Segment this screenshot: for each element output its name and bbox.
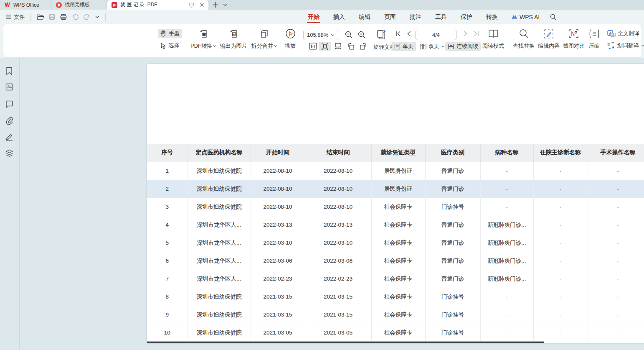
fit-width-button[interactable] — [332, 42, 345, 50]
previous-page-button[interactable] — [404, 30, 413, 37]
edit-content-label: 编辑内容 — [538, 42, 560, 50]
table-cell: 2022-02-23 — [305, 270, 371, 288]
chevron-down-icon — [213, 45, 216, 47]
table-cell: 深圳市妇幼保健院 — [188, 288, 251, 306]
zoom-in-button[interactable] — [355, 30, 368, 39]
double-page-button[interactable]: 双页 — [417, 42, 447, 51]
hand-tool-label: 手型 — [169, 30, 180, 37]
fit-width-icon — [334, 43, 342, 49]
signature-panel-icon[interactable] — [5, 133, 13, 141]
attachments-panel-icon[interactable] — [5, 117, 13, 125]
table-cell: - — [588, 162, 644, 180]
read-mode-button[interactable]: 阅读模式 — [477, 28, 509, 50]
hamburger-icon — [6, 15, 12, 19]
tab-document-active[interactable]: P 就 医 记 录 .PDF — [107, 0, 208, 10]
table-header-cell: 定点医药机构名称 — [188, 144, 251, 162]
table-cell: 2022-03-06 — [305, 252, 371, 270]
thumbnails-panel-icon[interactable] — [5, 83, 13, 91]
word-translate-button[interactable]: 文A 划词翻译 — [605, 41, 644, 50]
table-cell: 1 — [147, 162, 188, 180]
table-cell: 普通门诊 — [425, 252, 480, 270]
folder-open-icon — [37, 14, 44, 20]
menu-item-page[interactable]: 页面 — [383, 10, 397, 24]
file-menu-button[interactable]: 文件 — [3, 12, 27, 23]
hand-tool-button[interactable]: 手型 — [158, 29, 182, 38]
layers-panel-icon[interactable] — [5, 149, 13, 157]
next-page-button[interactable] — [461, 30, 470, 37]
menu-search-icon[interactable] — [550, 14, 556, 20]
menu-item-protect[interactable]: 保护 — [460, 10, 473, 24]
window-tab-bar: WPS Office 找稻壳模板 P 就 医 记 录 .PDF — [0, 0, 644, 10]
print-button[interactable] — [58, 12, 69, 22]
table-row: 10深圳市妇幼保健院2021-03-052021-03-05社会保障卡门诊挂号-… — [147, 324, 644, 342]
menu-item-comment[interactable]: 批注 — [409, 10, 422, 24]
table-cell: 深圳市龙华区人... — [188, 270, 251, 288]
zoom-level-value: 105.88% — [307, 32, 328, 38]
menu-item-tools[interactable]: 工具 — [434, 10, 448, 24]
save-button[interactable] — [46, 12, 58, 22]
document-workspace: 序号定点医药机构名称开始时间结束时间就诊凭证类型医疗类别病种名称住院主诊断名称手… — [0, 58, 644, 350]
table-cell: - — [588, 252, 644, 270]
wps-logo-icon — [4, 2, 10, 8]
first-page-icon — [396, 31, 401, 36]
full-text-translate-label: 全文翻译 — [618, 30, 639, 37]
table-cell: - — [533, 198, 588, 216]
export-image-button[interactable]: 输出为图片 — [217, 28, 250, 50]
new-tab-button[interactable] — [212, 0, 218, 10]
redo-button[interactable] — [81, 13, 93, 22]
zoom-out-button[interactable] — [342, 30, 355, 39]
compress-button[interactable]: 压缩 — [582, 28, 607, 50]
table-cell: 8 — [147, 288, 188, 306]
split-merge-label: 拆分合并 — [251, 42, 273, 50]
pdf-convert-icon: W — [198, 28, 208, 39]
present-monitor-icon[interactable] — [189, 3, 194, 8]
fit-page-button[interactable] — [319, 42, 331, 51]
menu-item-edit[interactable]: 编辑 — [358, 10, 371, 24]
table-cell: 2022-08-10 — [251, 180, 305, 198]
screenshot-compare-icon — [569, 28, 579, 39]
zoom-level-select[interactable]: 105.88% — [303, 30, 338, 40]
tab-wps-office[interactable]: WPS Office — [0, 0, 50, 10]
single-page-button[interactable]: 单页 — [392, 42, 416, 51]
select-tool-button[interactable]: 选择 — [158, 41, 182, 50]
rotate-document-icon[interactable] — [373, 28, 389, 41]
pdf-convert-button[interactable]: W PDF转换 — [187, 28, 220, 50]
table-cell: 4 — [147, 216, 188, 234]
first-page-button[interactable] — [393, 30, 403, 37]
menu-item-wps-ai[interactable]: WPS AI — [511, 14, 540, 20]
actual-size-button[interactable] — [307, 42, 319, 51]
table-cell: 深圳市妇幼保健院 — [188, 198, 251, 216]
comments-panel-icon[interactable] — [5, 100, 13, 108]
rotate-right-button[interactable] — [357, 42, 370, 51]
full-text-translate-button[interactable]: A字 全文翻译 — [605, 29, 642, 38]
full-translate-icon: A字 — [607, 30, 616, 37]
table-cell: - — [588, 216, 644, 234]
export-image-label: 输出为图片 — [220, 42, 247, 50]
bookmarks-panel-icon[interactable] — [5, 67, 13, 75]
continuous-reading-button[interactable]: 连续阅读 — [445, 42, 481, 51]
rotate-left-button[interactable] — [345, 42, 357, 51]
quick-access-bar: 文件 开始 插入 编辑 页面 批注 工具 保护 转换 — [0, 10, 644, 24]
play-button[interactable]: 播放 — [274, 28, 307, 50]
undo-button[interactable] — [69, 13, 81, 22]
tab-docer-template[interactable]: 找稻壳模板 — [52, 0, 106, 10]
table-cell: 普通门诊 — [425, 180, 480, 198]
table-cell: - — [588, 288, 644, 306]
table-cell: 2022-03-10 — [251, 234, 305, 252]
table-cell: 居民身份证 — [371, 162, 425, 180]
menu-item-home[interactable]: 开始 — [307, 10, 320, 24]
page-number-input[interactable] — [415, 30, 457, 40]
table-row: 2深圳市妇幼保健院2022-08-102022-08-10居民身份证普通门诊--… — [147, 180, 644, 198]
export-image-icon — [228, 28, 238, 39]
tab-list-chevron-icon[interactable] — [223, 0, 227, 10]
table-cell: 深圳市妇幼保健院 — [188, 162, 251, 180]
table-header-cell: 结束时间 — [305, 144, 371, 162]
menu-item-convert[interactable]: 转换 — [485, 10, 499, 24]
menu-item-insert[interactable]: 插入 — [332, 10, 346, 24]
zoom-in-icon — [358, 31, 365, 38]
find-replace-icon — [519, 28, 529, 39]
open-file-button[interactable] — [34, 13, 46, 22]
table-cell: 普通门诊 — [425, 270, 480, 288]
close-tab-icon[interactable] — [200, 3, 204, 7]
quickbar-more-chevron-icon[interactable] — [93, 14, 102, 20]
